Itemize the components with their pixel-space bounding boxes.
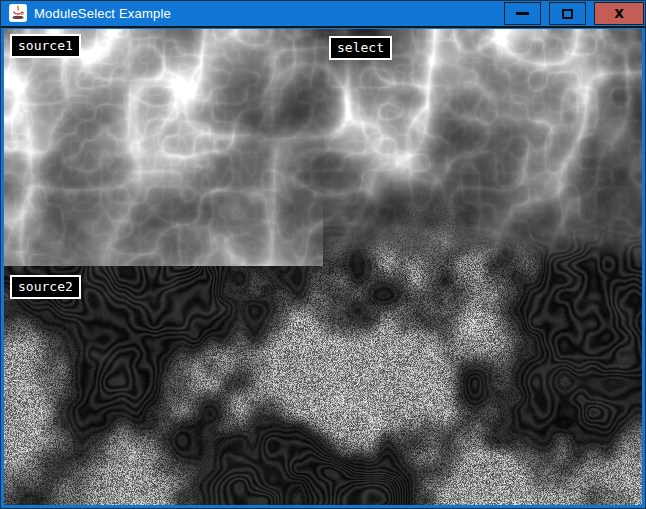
java-coffee-cup-icon (9, 4, 27, 22)
maximize-icon (562, 9, 573, 19)
source2-image (4, 266, 642, 505)
close-icon: x (614, 6, 624, 21)
source1-image (4, 29, 323, 266)
minimize-icon (516, 12, 529, 15)
label-select: select (329, 36, 392, 60)
maximize-button[interactable] (549, 2, 586, 25)
close-button[interactable]: x (594, 2, 644, 25)
label-source2: source2 (10, 275, 81, 299)
render-viewport: source1 select source2 (4, 29, 642, 505)
minimize-button[interactable] (504, 2, 541, 25)
titlebar[interactable]: ModuleSelect Example x (1, 1, 645, 28)
window-title: ModuleSelect Example (34, 1, 171, 26)
window-controls: x (504, 2, 644, 25)
app-window: ModuleSelect Example x source1 select so… (0, 0, 646, 509)
label-source1: source1 (10, 34, 81, 58)
